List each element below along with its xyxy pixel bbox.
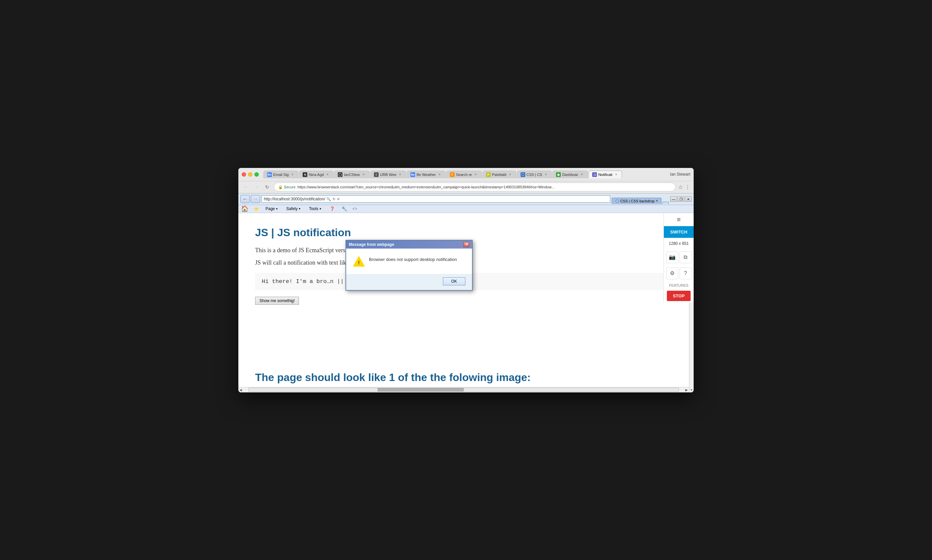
ie-restore-btn[interactable]: ❐ [677,196,684,202]
ie-minimize-btn[interactable]: — [670,196,677,202]
dialog-body: ! Browser does not support desktop notif… [346,249,472,274]
tab-label-dashboard: Dashboar [562,172,578,177]
ok-button[interactable]: OK [443,277,465,285]
warning-exclamation: ! [358,260,360,265]
ie-menu-item-safety[interactable]: Safety ▼ [285,206,302,212]
dialog-close-button[interactable]: ✕ [463,242,469,247]
tab-label-css: CSS | CS [526,172,542,177]
tab-close-css[interactable]: × [543,172,548,177]
tab-email-sig[interactable]: Be Email Sig × [264,171,298,178]
dialog-footer: OK [346,274,472,290]
bs-icon-row-bottom: ⚙ ? [664,265,694,282]
scroll-right-arrow[interactable]: ▶ [684,388,689,392]
tab-nina[interactable]: N Nina Agd × [299,171,333,178]
tab-favicon-palettable: P [486,172,491,177]
tab-ijrb[interactable]: I IJRB Wee × [370,171,406,178]
ie-browser: ← → http://localhost:3000/js/notificatio… [238,193,694,213]
dialog-message: Browser does not support desktop notific… [369,255,457,263]
ie-nav-row: ← → http://localhost:3000/js/notificatio… [238,194,694,205]
ie-tab-css-close[interactable]: × [656,199,658,203]
tab-dashboard[interactable]: ◉ Dashboar × [552,171,588,178]
tab-close-notification[interactable]: × [614,172,618,177]
scroll-track[interactable] [248,388,679,392]
ie-menu-item-tools[interactable]: Tools ▼ [308,206,323,212]
tab-label-email-sig: Email Sig [273,172,289,177]
main-content: JS | JS notification This is a demo of J… [238,213,689,392]
chrome-address-bar: ← → ↻ 🔒 Secure https://www.browserstack.… [238,181,694,193]
ie-stop-icon: ✕ [337,197,340,202]
tab-palettable[interactable]: P Palettabl × [482,171,516,178]
tab-notification[interactable]: ◻ Notificati × [588,171,622,178]
tab-weather[interactable]: Be Be Weather × [407,171,446,178]
scroll-left-arrow[interactable]: ◀ [238,388,243,392]
ie-tab-css[interactable]: ◯ CSS | CSS backdrop × [612,198,662,204]
dialog-titlebar: Message from webpage ✕ [346,240,472,249]
bs-camera-button[interactable]: 📷 [666,251,678,263]
more-menu-icon[interactable]: ⋮ [685,184,690,190]
warning-icon: ! [353,255,365,267]
tab-close-weather[interactable]: × [437,172,442,177]
browser-window: Be Email Sig × N Nina Agd × ◯ IanCStew ×… [238,168,694,392]
ie-close-btn[interactable]: ✕ [685,196,691,202]
tab-close-palettable[interactable]: × [508,172,512,177]
ie-favorites-icon: ⭐ [254,206,259,211]
ie-menu-item-page[interactable]: Page ▼ [264,206,279,212]
ie-back-button[interactable]: ← [241,195,250,203]
ie-address-field[interactable]: http://localhost:3000/js/notification/ 🔍… [261,195,610,203]
lock-icon: 🔒 [278,185,283,189]
ie-tab-css-favicon: ◯ [615,199,619,203]
reload-button[interactable]: ↻ [263,183,271,191]
bookmark-icon[interactable]: ☆ [678,184,683,190]
tab-close-iancs[interactable]: × [361,172,366,177]
bs-help-button[interactable]: ? [680,267,691,279]
tab-css[interactable]: ◯ CSS | CS × [517,171,552,178]
bs-switch-button[interactable]: SWITCH [664,226,694,238]
tab-close-dashboard[interactable]: × [580,172,584,177]
tab-search[interactable]: F Search re × [446,171,482,178]
bs-resolution: 1280 x 651 [669,238,689,249]
address-actions: ☆ ⋮ [678,184,690,190]
ie-help-icon[interactable]: ❓ [329,206,336,212]
tab-favicon-nina: N [302,172,307,177]
scroll-down-arrow[interactable]: ▼ [689,388,694,392]
horizontal-scrollbar[interactable]: ◀ ▶ [238,387,689,392]
bs-features-label: FEATURES [669,282,689,289]
ie-tab-bar: ◯ CSS | CSS backdrop × [612,194,669,204]
dialog-container: Message from webpage ✕ ! Browser does no… [346,240,473,291]
ie-code-icon: <> [352,206,357,211]
ie-nav-buttons: ← → [241,195,260,203]
ie-extra-icon: 🔧 [341,206,347,211]
traffic-lights [242,172,259,177]
tab-favicon-search: F [450,172,455,177]
tab-iancs[interactable]: ◯ IanCStew × [334,171,370,178]
tab-label-search: Search re [456,172,472,177]
ie-tab-new[interactable] [662,202,669,204]
ie-forward-button[interactable]: → [251,195,260,203]
browserstack-sidebar: ≡ SWITCH 1280 x 651 📷 ⧉ ⚙ ? FEATURES STO… [664,213,694,302]
tab-label-palettable: Palettabl [492,172,506,177]
secure-label: Secure [284,185,296,189]
close-traffic-light[interactable] [242,172,246,177]
tab-label-ijrb: IJRB Wee [380,172,397,177]
show-button[interactable]: Show me somethig! [255,297,299,305]
minimize-traffic-light[interactable] [248,172,252,177]
scroll-thumb[interactable] [378,388,464,391]
ie-home-icon: 🏠 [241,205,248,212]
back-button[interactable]: ← [242,183,250,191]
tab-close-nina[interactable]: × [325,172,330,177]
ie-tab-css-label: CSS | CSS backdrop [620,199,655,203]
tab-label-nina: Nina Agd [309,172,324,177]
forward-button[interactable]: → [252,183,261,191]
tab-close-email-sig[interactable]: × [290,172,295,177]
address-field[interactable]: 🔒 Secure https://www.browserstack.com/st… [274,183,676,191]
content-area: JS | JS notification This is a demo of J… [238,213,689,387]
bs-copy-button[interactable]: ⧉ [680,251,691,263]
tab-favicon-dashboard: ◉ [556,172,561,177]
tab-close-ijrb[interactable]: × [398,172,403,177]
bs-stop-button[interactable]: STOP [667,291,691,301]
bs-menu-button[interactable]: ≡ [664,213,694,226]
tab-close-search[interactable]: × [474,172,478,177]
bs-settings-button[interactable]: ⚙ [666,267,678,279]
tabs-container: Be Email Sig × N Nina Agd × ◯ IanCStew ×… [264,171,668,178]
maximize-traffic-light[interactable] [255,172,259,177]
